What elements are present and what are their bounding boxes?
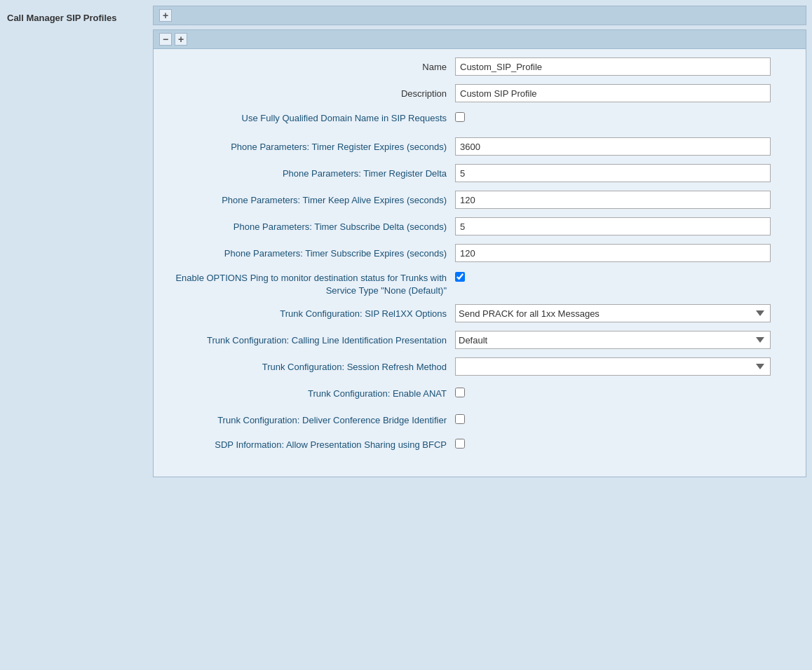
enable-anat-checkbox[interactable] <box>455 388 465 397</box>
subscribe-delta-value-cell <box>455 217 792 235</box>
enable-anat-row: Trunk Configuration: Enable ANAT <box>168 383 792 404</box>
deliver-conf-bridge-checkbox[interactable] <box>455 414 465 424</box>
deliver-conf-bridge-row: Trunk Configuration: Deliver Conference … <box>168 409 792 430</box>
fqdn-row: Use Fully Qualified Domain Name in SIP R… <box>168 109 792 130</box>
keepalive-expires-input[interactable] <box>455 191 771 209</box>
subscribe-expires-input[interactable] <box>455 244 771 262</box>
keepalive-expires-label: Phone Parameters: Timer Keep Alive Expir… <box>168 195 455 205</box>
session-refresh-select[interactable]: Invite Update <box>455 357 771 376</box>
calling-line-id-label: Trunk Configuration: Calling Line Identi… <box>168 335 455 346</box>
register-expires-row: Phone Parameters: Timer Register Expires… <box>168 136 792 157</box>
description-label: Description <box>168 88 455 99</box>
keepalive-expires-row: Phone Parameters: Timer Keep Alive Expir… <box>168 189 792 210</box>
register-expires-label: Phone Parameters: Timer Register Expires… <box>168 142 455 152</box>
sidebar-title: Call Manager SIP Profiles <box>7 13 117 23</box>
keepalive-expires-value-cell <box>455 191 792 209</box>
deliver-conf-bridge-value-cell <box>455 414 792 426</box>
subscribe-expires-row: Phone Parameters: Timer Subscribe Expire… <box>168 242 792 264</box>
name-label: Name <box>168 62 455 72</box>
enable-anat-value-cell <box>455 388 792 399</box>
fqdn-label: Use Fully Qualified Domain Name in SIP R… <box>168 109 455 125</box>
options-ping-label: Enable OPTIONS Ping to monitor destinati… <box>168 269 455 297</box>
sdp-allow-presentation-checkbox[interactable] <box>455 439 465 449</box>
top-add-button[interactable]: + <box>159 9 172 22</box>
rel1xx-row: Trunk Configuration: SIP Rel1XX Options … <box>168 303 792 324</box>
subscribe-delta-input[interactable] <box>455 217 771 235</box>
form-body: Name Description Use Fully Qualified Dom… <box>154 49 806 477</box>
options-ping-row: Enable OPTIONS Ping to monitor destinati… <box>168 269 792 297</box>
options-ping-value-cell <box>455 269 792 284</box>
subscribe-delta-label: Phone Parameters: Timer Subscribe Delta … <box>168 221 455 232</box>
session-refresh-label: Trunk Configuration: Session Refresh Met… <box>168 362 455 372</box>
options-ping-checkbox[interactable] <box>455 272 465 282</box>
subscribe-expires-label: Phone Parameters: Timer Subscribe Expire… <box>168 248 455 259</box>
register-delta-value-cell <box>455 164 792 182</box>
panel-header: − + <box>154 30 806 49</box>
calling-line-id-value-cell: Default Allowed Restricted <box>455 331 792 349</box>
rel1xx-label: Trunk Configuration: SIP Rel1XX Options <box>168 308 455 319</box>
calling-line-id-row: Trunk Configuration: Calling Line Identi… <box>168 329 792 350</box>
sdp-allow-presentation-row: SDP Information: Allow Presentation Shar… <box>168 436 792 457</box>
register-delta-input[interactable] <box>455 164 771 182</box>
register-expires-value-cell <box>455 137 792 156</box>
sdp-allow-presentation-value-cell <box>455 436 792 451</box>
name-input[interactable] <box>455 57 771 76</box>
fqdn-checkbox[interactable] <box>455 112 465 122</box>
register-delta-row: Phone Parameters: Timer Register Delta <box>168 163 792 184</box>
panel-expand-button[interactable]: + <box>175 33 187 46</box>
enable-anat-label: Trunk Configuration: Enable ANAT <box>168 388 455 399</box>
rel1xx-value-cell: Send PRACK for all 1xx Messages Disabled… <box>455 304 792 322</box>
fqdn-value-cell <box>455 109 792 124</box>
calling-line-id-select[interactable]: Default Allowed Restricted <box>455 331 771 349</box>
rel1xx-select[interactable]: Send PRACK for all 1xx Messages Disabled… <box>455 304 771 322</box>
sip-profile-panel: − + Name Description <box>153 29 806 477</box>
deliver-conf-bridge-label: Trunk Configuration: Deliver Conference … <box>168 415 455 425</box>
description-value-cell <box>455 84 792 102</box>
register-expires-input[interactable] <box>455 137 771 156</box>
description-input[interactable] <box>455 84 771 102</box>
name-value-cell <box>455 57 792 76</box>
name-row: Name <box>168 56 792 77</box>
session-refresh-row: Trunk Configuration: Session Refresh Met… <box>168 356 792 377</box>
top-bar: + <box>153 6 806 25</box>
description-row: Description <box>168 83 792 104</box>
panel-collapse-button[interactable]: − <box>159 33 172 46</box>
session-refresh-value-cell: Invite Update <box>455 357 792 376</box>
sdp-allow-presentation-label: SDP Information: Allow Presentation Shar… <box>168 436 455 451</box>
subscribe-delta-row: Phone Parameters: Timer Subscribe Delta … <box>168 216 792 237</box>
subscribe-expires-value-cell <box>455 244 792 262</box>
register-delta-label: Phone Parameters: Timer Register Delta <box>168 168 455 179</box>
